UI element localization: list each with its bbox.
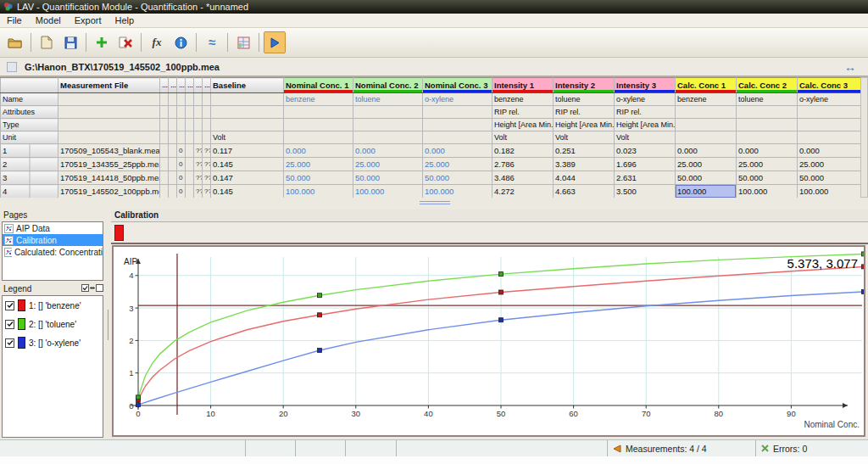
add-button[interactable] [91, 31, 113, 53]
table-cell[interactable] [423, 119, 492, 131]
table-cell[interactable]: Unit [1, 131, 58, 144]
table-cell[interactable] [186, 158, 194, 171]
table-cell[interactable]: o-xylene [798, 93, 861, 106]
table-cell[interactable]: Volt [211, 131, 284, 144]
column-header-n6[interactable]: …t [203, 78, 211, 93]
table-cell[interactable]: RIP rel. [554, 106, 615, 119]
table-cell[interactable]: Volt [492, 131, 554, 144]
table-cell[interactable]: 0.000 [423, 144, 492, 158]
sidebar-item-calibration[interactable]: Calibration [3, 234, 103, 246]
table-cell[interactable]: ?? [203, 144, 211, 158]
column-header-n5[interactable]: … [194, 78, 203, 93]
table-cell[interactable]: 0.145 [211, 185, 284, 198]
table-cell[interactable]: 100.000 [423, 185, 492, 198]
table-cell[interactable] [353, 131, 423, 144]
column-header-rowlabel[interactable] [1, 78, 58, 93]
table-cell[interactable] [211, 93, 284, 106]
table-cell[interactable]: benzene [492, 93, 554, 106]
table-cell[interactable]: 3.389 [554, 158, 615, 171]
table-cell[interactable]: 50.000 [798, 171, 861, 185]
table-cell[interactable] [58, 93, 160, 106]
column-header-n1[interactable]: … [160, 78, 169, 93]
table-cell[interactable] [676, 119, 737, 131]
table-cell[interactable]: 100.000 [737, 185, 798, 198]
table-cell[interactable] [284, 119, 353, 131]
new-document-button[interactable] [36, 31, 58, 53]
column-header-baseline[interactable]: Baseline [211, 78, 284, 93]
column-header-int1[interactable]: Intensity 1 [492, 78, 554, 93]
function-button[interactable]: fx [146, 31, 168, 53]
table-vertical-scrollbar[interactable] [860, 77, 868, 198]
table-cell[interactable]: 100.000 [353, 185, 423, 198]
table-cell[interactable] [676, 106, 737, 119]
table-cell[interactable]: 0.182 [492, 144, 554, 158]
table-cell[interactable]: 2.786 [492, 158, 554, 171]
table-cell[interactable] [194, 106, 203, 119]
column-header-nom1[interactable]: Nominal Conc. 1 [284, 78, 353, 93]
table-cell[interactable]: Type [1, 119, 58, 131]
column-header-n4[interactable]: …t [186, 78, 194, 93]
table-view-button[interactable] [232, 31, 254, 53]
table-cell[interactable]: 25.000 [423, 158, 492, 171]
calibration-chart[interactable]: 010203040506070809001234AIPNominal Conc.… [112, 245, 865, 437]
legend-item[interactable]: 2: [] 'toluene' [3, 315, 103, 333]
table-cell[interactable]: 0.251 [554, 144, 615, 158]
table-cell[interactable] [160, 185, 169, 198]
column-header-int3[interactable]: Intensity 3 [615, 78, 676, 93]
table-cell[interactable]: Name [1, 93, 58, 106]
chart-svg[interactable]: 010203040506070809001234AIPNominal Conc.… [114, 247, 864, 435]
table-cell[interactable] [177, 106, 186, 119]
table-cell[interactable]: 50.000 [353, 171, 423, 185]
table-cell[interactable] [169, 131, 177, 144]
sidebar-item-calculated-concentrati[interactable]: Calculated: Concentrati [3, 246, 103, 258]
table-cell[interactable]: ?? [194, 185, 203, 198]
table-cell[interactable] [58, 131, 160, 144]
table-cell[interactable] [284, 106, 353, 119]
table-cell[interactable] [203, 106, 211, 119]
column-header-n2[interactable]: … [169, 78, 177, 93]
table-cell[interactable] [284, 131, 353, 144]
table-cell[interactable] [203, 93, 211, 106]
info-button[interactable] [170, 31, 192, 53]
table-cell[interactable] [169, 171, 177, 185]
table-cell[interactable]: 100.000 [798, 185, 861, 198]
table-cell[interactable] [169, 158, 177, 171]
table-cell[interactable]: 170519_134355_25ppb.mea [58, 158, 160, 171]
column-header-calc2[interactable]: Calc. Conc 2 [737, 78, 798, 93]
table-cell[interactable] [160, 119, 169, 131]
table-cell[interactable]: 25.000 [798, 158, 861, 171]
table-cell[interactable]: 0.023 [615, 144, 676, 158]
table-cell[interactable] [676, 131, 737, 144]
table-cell[interactable] [203, 131, 211, 144]
table-cell[interactable]: Attributes [1, 106, 58, 119]
table-cell[interactable]: RIP rel. [615, 106, 676, 119]
table-cell[interactable] [737, 119, 798, 131]
open-folder-button[interactable] [4, 31, 26, 53]
table-cell[interactable]: toluene [554, 93, 615, 106]
legend-item[interactable]: 3: [] 'o-xylene' [3, 333, 103, 352]
table-cell[interactable] [353, 106, 423, 119]
table-cell[interactable]: 25.000 [353, 158, 423, 171]
table-cell[interactable] [186, 106, 194, 119]
table-cell[interactable] [58, 106, 160, 119]
table-cell[interactable]: RIP rel. [492, 106, 554, 119]
table-cell[interactable]: 50.000 [737, 171, 798, 185]
table-cell[interactable]: 25.000 [737, 158, 798, 171]
table-cell[interactable]: 0.000 [737, 144, 798, 158]
table-cell[interactable] [186, 185, 194, 198]
table-cell[interactable]: toluene [737, 93, 798, 106]
run-button[interactable] [264, 31, 286, 53]
table-cell[interactable] [798, 106, 861, 119]
table-cell[interactable]: benzene [284, 93, 353, 106]
table-cell[interactable] [353, 119, 423, 131]
table-cell[interactable] [203, 119, 211, 131]
table-cell[interactable] [177, 131, 186, 144]
table-cell[interactable] [211, 119, 284, 131]
table-cell[interactable] [58, 119, 160, 131]
table-cell[interactable]: 25.000 [676, 158, 737, 171]
column-header-n3[interactable]: …f [177, 78, 186, 93]
table-cell[interactable] [169, 185, 177, 198]
table-cell[interactable]: 2.631 [615, 171, 676, 185]
table-cell[interactable]: 0.145 [211, 158, 284, 171]
table-cell[interactable]: 170509_105543_blank.mea [58, 144, 160, 158]
